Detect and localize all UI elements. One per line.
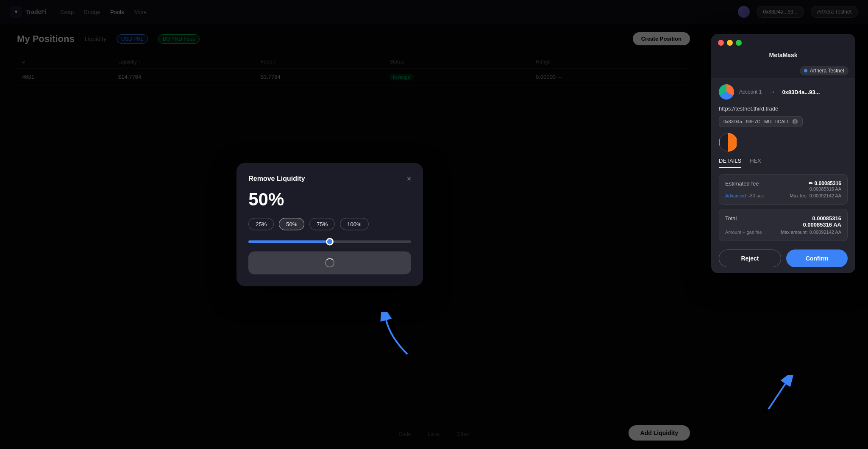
mm-arrow-icon: →	[768, 88, 775, 96]
mm-account-row: Account 1 → 0x83D4a...93...	[719, 84, 848, 100]
mm-advanced-time: -30 sec	[748, 193, 764, 198]
mm-close-dot[interactable]	[718, 40, 724, 46]
mm-tab-details[interactable]: DETAILS	[719, 158, 741, 168]
loading-spinner	[325, 258, 334, 268]
mm-fee-aa: 0.00085316 AA	[809, 186, 841, 191]
pct-25-button[interactable]: 25%	[248, 218, 274, 230]
mm-total-value-block: 0.00085316 0.00085316 AA	[803, 215, 841, 228]
mm-total-eth: 0.00085316	[803, 215, 841, 222]
mm-fee-eth: ✏ 0.00085316	[809, 180, 841, 186]
mm-amount-gas-label: Amount + gas fee	[725, 230, 762, 235]
modal-title: Remove Liquidity	[248, 175, 305, 183]
mm-network-label: Arthera Testnet	[810, 68, 844, 74]
mm-traffic-lights	[711, 34, 855, 50]
mm-minimize-dot[interactable]	[727, 40, 733, 46]
confirm-remove-button[interactable]	[248, 252, 411, 274]
percent-display: 50%	[248, 189, 411, 210]
mm-max-fee-value: 0.00092142 AA	[810, 193, 841, 198]
mm-network-badge[interactable]: Arthera Testnet	[800, 66, 849, 75]
metamask-popup: MetaMask Arthera Testnet Account 1 → 0x8…	[711, 34, 855, 273]
mm-maximize-dot[interactable]	[736, 40, 742, 46]
mm-total-box: Total 0.00085316 0.00085316 AA Amount + …	[719, 209, 848, 241]
mm-fee-sub: Advanced -30 sec Max fee: 0.00092142 AA	[725, 193, 841, 198]
reject-button[interactable]: Reject	[719, 249, 781, 267]
mm-contract-badge: 0x83D4a...93E7C : MULTICALL ⓘ	[719, 116, 803, 127]
mm-account-name: Account 1	[739, 89, 762, 95]
slider-track	[248, 241, 411, 243]
slider-fill	[248, 241, 330, 243]
mm-estimated-fee-label: Estimated fee	[725, 180, 759, 187]
mm-action-row: Reject Confirm	[719, 249, 848, 267]
percent-buttons: 25% 50% 75% 100%	[248, 218, 411, 230]
mm-address: 0x83D4a...93...	[782, 89, 820, 95]
mm-max-fee-label: Max fee:	[790, 193, 808, 198]
mm-total-sub: Amount + gas fee Max amount: 0.00092142 …	[725, 230, 841, 235]
mm-info-icon[interactable]: ⓘ	[792, 119, 798, 125]
mm-fee-row: Estimated fee ✏ 0.00085316 0.00085316 AA	[725, 180, 841, 191]
mm-max-amount-label: Max amount:	[781, 230, 808, 235]
mm-fee-value: ✏ 0.00085316 0.00085316 AA	[809, 180, 841, 191]
mm-url: https://testnet.third.trade	[719, 105, 848, 112]
modal-close-button[interactable]: ×	[407, 175, 412, 183]
mm-total-row: Total 0.00085316 0.00085316 AA	[725, 215, 841, 228]
mm-total-label: Total	[725, 215, 737, 222]
mm-network-bar: Arthera Testnet	[711, 64, 855, 78]
mm-network-dot	[804, 69, 807, 72]
pct-100-button[interactable]: 100%	[340, 218, 368, 230]
mm-pie-chart-icon	[719, 133, 737, 152]
mm-contract-text: 0x83D4a...93E7C : MULTICALL	[723, 119, 790, 124]
mm-fee-box: Estimated fee ✏ 0.00085316 0.00085316 AA…	[719, 174, 848, 205]
mm-advanced-label[interactable]: Advanced	[725, 193, 746, 198]
mm-tabs: DETAILS HEX	[719, 158, 848, 168]
mm-max-amount-value: 0.00092142 AA	[810, 230, 841, 235]
confirm-button[interactable]: Confirm	[786, 249, 848, 267]
modal-header: Remove Liquidity ×	[248, 175, 411, 183]
mm-body: Account 1 → 0x83D4a...93... https://test…	[711, 78, 855, 273]
pct-75-button[interactable]: 75%	[309, 218, 335, 230]
mm-account-icon	[719, 84, 734, 100]
pct-50-button[interactable]: 50%	[279, 218, 304, 230]
slider-thumb[interactable]	[326, 238, 334, 246]
mm-total-aa: 0.00085316 AA	[803, 222, 841, 228]
liquidity-slider[interactable]	[248, 241, 411, 243]
mm-title: MetaMask	[711, 50, 855, 64]
remove-liquidity-modal: Remove Liquidity × 50% 25% 50% 75% 100%	[236, 163, 423, 286]
mm-tab-hex[interactable]: HEX	[750, 158, 761, 168]
